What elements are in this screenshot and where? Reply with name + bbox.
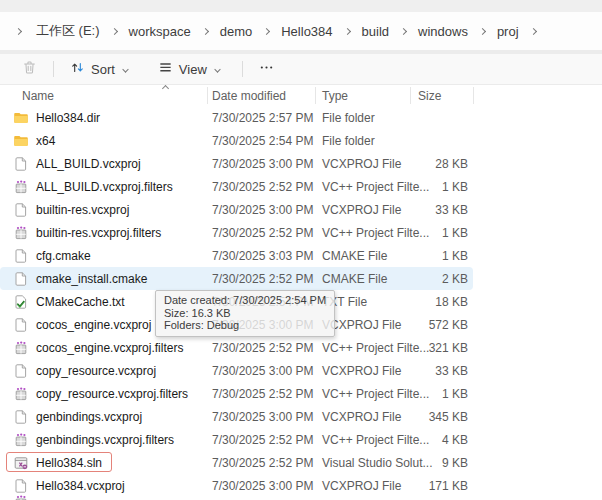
more-options-button[interactable]	[251, 56, 282, 82]
text-file-icon	[13, 294, 29, 310]
file-name: Hello384.sln	[36, 456, 102, 470]
file-size: 9 KB	[410, 456, 473, 470]
file-row[interactable]: builtin-res.vcxproj7/30/2025 3:00 PMVCXP…	[0, 198, 473, 221]
file-row[interactable]: cmake_install.cmake7/30/2025 2:52 PMCMAK…	[0, 267, 473, 290]
breadcrumb-item[interactable]: Hello384	[279, 21, 334, 42]
tooltip-folders: Folders: Debug	[164, 319, 326, 332]
file-name: builtin-res.vcxproj	[36, 203, 129, 217]
chevron-right-icon[interactable]	[400, 27, 407, 34]
file-type: VCXPROJ File	[315, 364, 410, 378]
folder-icon	[13, 110, 29, 126]
file-row[interactable]: genbindings.vcxproj7/30/2025 3:00 PMVCXP…	[0, 405, 473, 428]
file-date-modified: 7/30/2025 2:52 PM	[207, 341, 315, 355]
file-row[interactable]: Hello384.dir7/30/2025 2:57 PMFile folder	[0, 106, 473, 129]
file-row[interactable]: x647/30/2025 2:54 PMFile folder	[0, 129, 473, 152]
chevron-right-icon[interactable]	[479, 27, 486, 34]
delete-button[interactable]	[14, 56, 45, 82]
file-row[interactable]: copy_resource.vcxproj.filters7/30/2025 2…	[0, 382, 473, 405]
window-top-strip	[0, 0, 602, 12]
breadcrumb-item[interactable]: windows	[416, 21, 470, 42]
file-row[interactable]: builtin-res.vcxproj.filters7/30/2025 2:5…	[0, 221, 473, 244]
sort-arrows-icon	[70, 60, 85, 78]
file-type: VC++ Project Filte...	[315, 387, 410, 401]
file-name: genbindings.vcxproj.filters	[36, 433, 174, 447]
sort-button[interactable]: Sort	[62, 56, 136, 82]
column-divider[interactable]	[410, 87, 411, 104]
breadcrumb-item[interactable]: 工作区 (E:)	[34, 19, 102, 43]
column-header-size[interactable]: Size	[410, 89, 473, 103]
file-row[interactable]: ALL_BUILD.vcxproj.filters7/30/2025 2:52 …	[0, 175, 473, 198]
view-list-icon	[158, 60, 173, 78]
chevron-right-icon[interactable]	[530, 27, 537, 34]
file-name: ALL_BUILD.vcxproj	[36, 157, 141, 171]
sort-button-label: Sort	[91, 62, 115, 77]
file-size: 33 KB	[410, 203, 473, 217]
column-divider[interactable]	[315, 87, 316, 104]
breadcrumb-item[interactable]: build	[360, 21, 391, 42]
file-name: Hello384.dir	[36, 111, 100, 125]
view-button-label: View	[179, 62, 207, 77]
file-date-modified: 7/30/2025 2:52 PM	[207, 387, 315, 401]
file-icon	[13, 317, 29, 333]
file-name-cell: Hello384.dir	[0, 110, 207, 126]
file-row[interactable]: ALL_BUILD.vcxproj7/30/2025 3:00 PMVCXPRO…	[0, 152, 473, 175]
column-header-row: Name Date modified Type Size	[0, 85, 473, 106]
file-date-modified: 7/30/2025 3:00 PM	[207, 410, 315, 424]
file-size: 1 KB	[410, 249, 473, 263]
toolbar-divider	[242, 61, 243, 77]
file-row[interactable]: cocos_engine.vcxproj.filters7/30/2025 2:…	[0, 336, 473, 359]
tooltip-size: Size: 16.3 KB	[164, 307, 326, 320]
file-size: 345 KB	[410, 410, 473, 424]
file-name-cell: builtin-res.vcxproj.filters	[0, 225, 207, 241]
file-name: ALL_BUILD.vcxproj.filters	[36, 180, 173, 194]
file-name-cell: copy_resource.vcxproj	[0, 363, 207, 379]
file-name: cmake_install.cmake	[36, 272, 147, 286]
file-row[interactable]: copy_resource.vcxproj7/30/2025 3:00 PMVC…	[0, 359, 473, 382]
column-header-name[interactable]: Name	[0, 89, 207, 103]
file-name-cell: cfg.cmake	[0, 248, 207, 264]
file-name-cell: ALL_BUILD.vcxproj	[0, 156, 207, 172]
ellipsis-icon	[259, 60, 274, 78]
chevron-right-icon[interactable]	[111, 27, 118, 34]
column-header-date-modified[interactable]: Date modified	[207, 89, 315, 103]
column-divider[interactable]	[207, 87, 208, 104]
file-name: cocos_engine.vcxproj.filters	[36, 341, 183, 355]
file-icon	[13, 363, 29, 379]
file-type: VC++ Project Filte...	[315, 180, 410, 194]
file-name-cell: builtin-res.vcxproj	[0, 202, 207, 218]
file-row[interactable]: cfg.cmake7/30/2025 3:03 PMCMAKE File1 KB	[0, 244, 473, 267]
file-name-cell: ALL_BUILD.vcxproj.filters	[0, 179, 207, 195]
chevron-right-icon[interactable]	[202, 27, 209, 34]
breadcrumb-item[interactable]: proj	[495, 21, 521, 42]
file-name-cell: copy_resource.vcxproj.filters	[0, 386, 207, 402]
chevron-right-icon[interactable]	[15, 27, 22, 34]
breadcrumb-item[interactable]: workspace	[127, 21, 193, 42]
file-icon	[13, 248, 29, 264]
file-size: 4 KB	[410, 433, 473, 447]
file-icon	[13, 409, 29, 425]
filters-icon	[13, 225, 29, 241]
column-divider[interactable]	[473, 87, 474, 104]
file-row[interactable]: genbindings.vcxproj.filters7/30/2025 2:5…	[0, 428, 473, 451]
file-type: VCXPROJ File	[315, 203, 410, 217]
command-bar: Sort View	[0, 54, 602, 85]
file-name-cell: genbindings.vcxproj	[0, 409, 207, 425]
file-date-modified: 7/30/2025 2:52 PM	[207, 456, 315, 470]
file-tooltip: Date created: 7/30/2025 2:54 PM Size: 16…	[155, 290, 335, 337]
file-row[interactable]: Hello384.vcxproj7/30/2025 3:00 PMVCXPROJ…	[0, 474, 473, 497]
view-button[interactable]: View	[150, 56, 228, 82]
chevron-right-icon[interactable]	[344, 27, 351, 34]
file-size: 1 KB	[410, 387, 473, 401]
chevron-right-icon[interactable]	[263, 27, 270, 34]
file-size: 321 KB	[410, 341, 473, 355]
file-date-modified: 7/30/2025 3:03 PM	[207, 249, 315, 263]
vs-solution-icon	[13, 455, 29, 471]
file-row[interactable]: Hello384.sln7/30/2025 2:52 PMVisual Stud…	[0, 451, 473, 474]
breadcrumb-item[interactable]: demo	[218, 21, 255, 42]
file-size: 2 KB	[410, 272, 473, 286]
column-header-type[interactable]: Type	[315, 89, 410, 103]
file-icon	[13, 478, 29, 494]
file-type: VCXPROJ File	[315, 479, 410, 493]
file-type: VCXPROJ File	[315, 410, 410, 424]
folder-icon	[13, 133, 29, 149]
